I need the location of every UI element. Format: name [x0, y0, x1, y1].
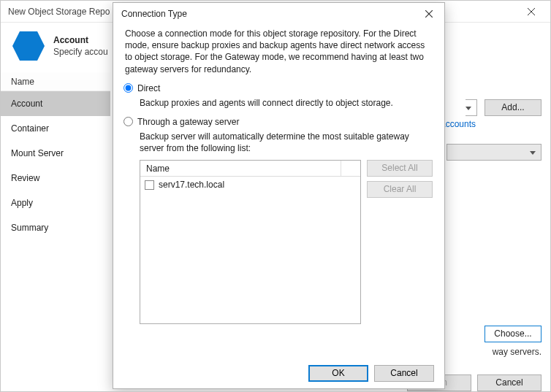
gateway-row-label: serv17.tech.local: [159, 180, 224, 190]
choose-button[interactable]: Choose...: [484, 326, 542, 342]
dialog-footer: OK Cancel: [113, 358, 444, 388]
nav-item-summary[interactable]: Summary: [1, 215, 110, 240]
gateway-row-checkbox[interactable]: [145, 180, 154, 190]
radio-direct-label: Direct: [137, 83, 160, 93]
column-divider: [341, 161, 341, 176]
nav-item-mount-server[interactable]: Mount Server: [1, 141, 110, 166]
clear-all-button[interactable]: Clear All: [367, 181, 433, 198]
radio-direct-input[interactable]: [123, 83, 133, 93]
dialog-close-button[interactable]: [419, 4, 438, 23]
page-subtitle: Specify accou: [53, 47, 108, 57]
radio-gateway-input[interactable]: [123, 117, 133, 126]
wizard-window: New Object Storage Repo Account Specify …: [0, 0, 551, 392]
gateway-list-header: Name: [140, 161, 360, 177]
hexagon-icon: [11, 28, 46, 64]
gateway-list: Name serv17.tech.local: [140, 160, 361, 324]
select-all-button[interactable]: Select All: [367, 160, 433, 177]
nav-item-account[interactable]: Account: [1, 91, 110, 116]
nav-item-container[interactable]: Container: [1, 116, 110, 141]
page-icon: [11, 28, 46, 64]
page-title: Account: [53, 35, 108, 45]
gateway-list-buttons: Select All Clear All: [367, 160, 433, 324]
radio-gateway-sub: Backup server will automatically determi…: [140, 131, 433, 154]
radio-direct-sub: Backup proxies and agents will connect d…: [140, 97, 433, 109]
ok-button[interactable]: OK: [308, 365, 368, 382]
connection-type-dialog: Connection Type Choose a connection mode…: [113, 2, 445, 389]
radio-gateway-label: Through a gateway server: [137, 117, 239, 127]
radio-direct[interactable]: Direct: [123, 81, 433, 96]
window-close-button[interactable]: [518, 1, 544, 23]
add-button[interactable]: Add...: [484, 99, 542, 116]
gateway-list-row[interactable]: serv17.tech.local: [140, 177, 360, 193]
nav-item-review[interactable]: Review: [1, 166, 110, 191]
dialog-titlebar: Connection Type: [113, 3, 444, 25]
radio-gateway[interactable]: Through a gateway server: [123, 115, 433, 129]
svg-marker-2: [12, 31, 45, 61]
region-dropdown[interactable]: [446, 144, 542, 161]
credentials-dropdown[interactable]: [466, 99, 477, 116]
dialog-body: Choose a connection mode for this object…: [113, 25, 444, 358]
wizard-nav: Name Account Container Mount Server Revi…: [1, 72, 110, 367]
cancel-button[interactable]: Cancel: [477, 374, 542, 391]
close-icon: [528, 8, 535, 15]
gateway-text-fragment: way servers.: [493, 347, 542, 357]
gateway-list-area: Name serv17.tech.local Select All Clear …: [140, 160, 433, 324]
nav-header: Name: [1, 72, 110, 91]
gateway-list-column: Name: [146, 164, 170, 174]
nav-item-apply[interactable]: Apply: [1, 191, 110, 215]
dialog-cancel-button[interactable]: Cancel: [374, 365, 434, 382]
dialog-description: Choose a connection mode for this object…: [125, 28, 433, 75]
dialog-title: Connection Type: [121, 9, 419, 19]
close-icon: [425, 10, 433, 18]
manage-accounts-link[interactable]: accounts: [441, 119, 476, 129]
page-header-text: Account Specify accou: [53, 35, 108, 57]
